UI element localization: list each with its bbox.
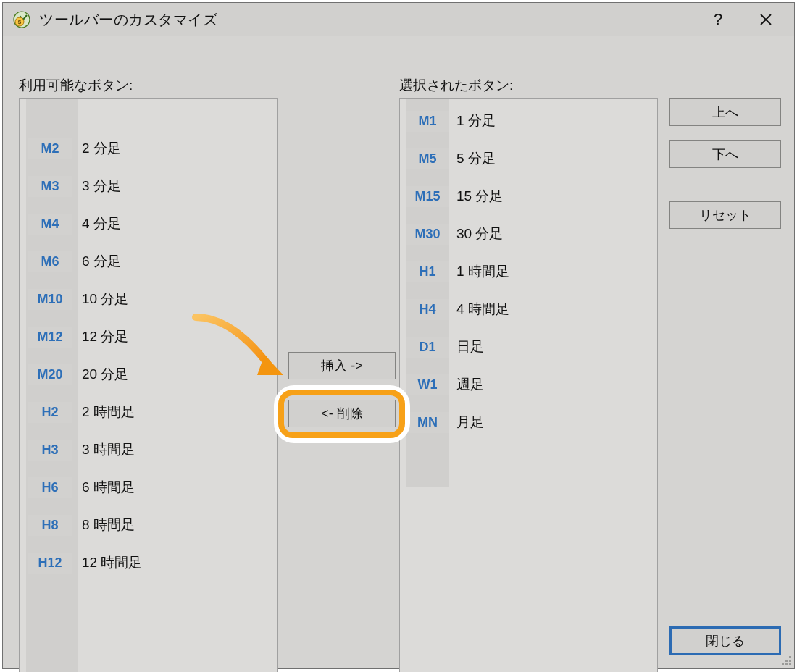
timeframe-desc: 6 分足 [75, 252, 121, 271]
timeframe-desc: 1 分足 [449, 112, 496, 130]
timeframe-code: H3 [28, 440, 72, 461]
app-icon: $ [12, 9, 32, 30]
timeframe-code: D1 [406, 337, 449, 358]
timeframe-desc: 12 分足 [75, 327, 128, 346]
dialog-content: 利用可能なボタン: 選択されたボタン: M22 分足M33 分足M44 分足M6… [3, 36, 794, 668]
timeframe-code: M4 [28, 214, 72, 235]
list-item[interactable]: H66 時間足 [20, 469, 277, 506]
timeframe-code: MN [406, 412, 449, 433]
timeframe-desc: 3 分足 [75, 177, 121, 196]
timeframe-desc: 4 分足 [75, 214, 121, 233]
timeframe-code: H8 [28, 515, 72, 536]
timeframe-code: W1 [406, 374, 449, 395]
list-item[interactable]: D1日足 [400, 328, 657, 366]
list-item[interactable]: M22 分足 [20, 130, 277, 167]
selected-label: 選択されたボタン: [399, 76, 513, 95]
list-item[interactable]: H22 時間足 [20, 393, 277, 431]
order-buttons: 上へ 下へ リセット [669, 98, 781, 243]
move-up-button[interactable]: 上へ [669, 98, 781, 126]
resize-grip[interactable] [779, 653, 792, 666]
timeframe-code: M12 [28, 327, 72, 348]
timeframe-code: M3 [28, 176, 72, 197]
timeframe-desc: 2 分足 [75, 139, 121, 158]
available-label: 利用可能なボタン: [19, 76, 133, 95]
timeframe-code: M15 [406, 186, 449, 207]
timeframe-desc: 15 分足 [449, 187, 503, 206]
timeframe-code: M5 [406, 148, 449, 169]
timeframe-code: H4 [406, 299, 449, 320]
list-item[interactable]: M44 分足 [20, 205, 277, 243]
timeframe-desc: 30 分足 [449, 224, 503, 243]
list-item[interactable]: H33 時間足 [20, 431, 277, 469]
timeframe-desc: 週足 [449, 375, 484, 394]
remove-button[interactable]: <- 削除 [288, 400, 396, 427]
list-item[interactable]: M2020 分足 [20, 356, 277, 393]
timeframe-desc: 20 分足 [75, 365, 128, 384]
svg-text:$: $ [18, 19, 22, 25]
insert-button[interactable]: 挿入 -> [288, 352, 396, 379]
timeframe-desc: 3 時間足 [75, 440, 135, 459]
help-icon: ? [714, 10, 722, 29]
timeframe-desc: 10 分足 [75, 290, 128, 308]
timeframe-desc: 日足 [449, 337, 484, 356]
customize-toolbar-dialog: $ ツールバーのカスタマイズ ? 利用可能なボタン: 選択されたボタン: M22… [2, 2, 795, 669]
timeframe-code: H6 [28, 477, 72, 498]
list-item[interactable]: M1515 分足 [400, 177, 657, 215]
list-item[interactable]: H44 時間足 [400, 290, 657, 328]
list-item[interactable]: M66 分足 [20, 243, 277, 280]
timeframe-code: M2 [28, 138, 72, 159]
list-item[interactable]: M1010 分足 [20, 280, 277, 318]
list-item[interactable]: M1212 分足 [20, 318, 277, 356]
move-down-button[interactable]: 下へ [669, 140, 781, 168]
list-item[interactable]: M55 分足 [400, 140, 657, 177]
timeframe-desc: 5 分足 [449, 149, 496, 168]
timeframe-code: M30 [406, 224, 449, 245]
timeframe-desc: 12 時間足 [75, 553, 142, 572]
timeframe-desc: 4 時間足 [449, 300, 509, 319]
timeframe-code: H1 [406, 261, 449, 282]
dialog-title: ツールバーのカスタマイズ [39, 10, 694, 30]
timeframe-desc: 6 時間足 [75, 478, 135, 497]
titlebar: $ ツールバーのカスタマイズ ? [3, 3, 794, 36]
timeframe-desc: 月足 [449, 413, 484, 432]
timeframe-code: M10 [28, 289, 72, 310]
help-button[interactable]: ? [694, 3, 742, 36]
list-item[interactable]: M33 分足 [20, 167, 277, 205]
timeframe-desc: 8 時間足 [75, 516, 135, 534]
list-item[interactable]: W1週足 [400, 366, 657, 403]
list-item[interactable]: M3030 分足 [400, 215, 657, 253]
list-item[interactable]: H11 時間足 [400, 253, 657, 290]
selected-listbox[interactable]: M11 分足M55 分足M1515 分足M3030 分足H11 時間足H44 時… [399, 98, 658, 672]
timeframe-code: M20 [28, 364, 72, 385]
list-item[interactable]: H1212 時間足 [20, 544, 277, 581]
close-window-button[interactable] [742, 3, 790, 36]
timeframe-code: M6 [28, 251, 72, 272]
close-icon [759, 13, 772, 26]
list-item[interactable]: MN月足 [400, 403, 657, 441]
list-item[interactable]: H88 時間足 [20, 506, 277, 544]
timeframe-code: H12 [28, 553, 72, 574]
timeframe-desc: 2 時間足 [75, 403, 135, 421]
close-button[interactable]: 閉じる [669, 626, 781, 655]
timeframe-code: M1 [406, 111, 449, 132]
available-listbox[interactable]: M22 分足M33 分足M44 分足M66 分足M1010 分足M1212 分足… [19, 98, 278, 672]
list-item[interactable]: M11 分足 [400, 102, 657, 140]
reset-button[interactable]: リセット [669, 201, 781, 229]
timeframe-code: H2 [28, 402, 72, 423]
timeframe-desc: 1 時間足 [449, 262, 509, 281]
